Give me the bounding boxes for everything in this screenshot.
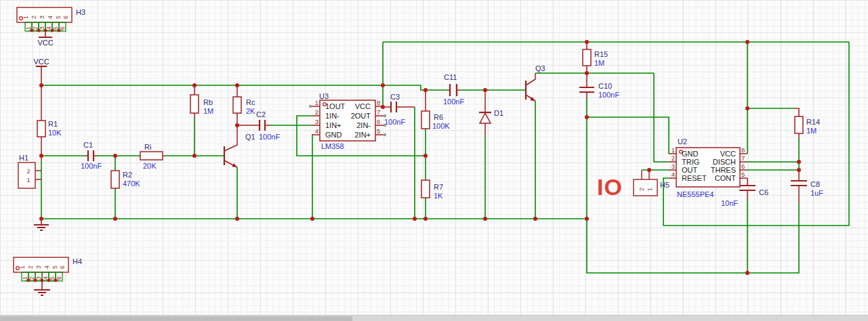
u3-pin-name: VCC: [355, 102, 371, 110]
capacitor-c3[interactable]: C3 100nF: [383, 93, 415, 126]
u2-part-name: NE555PE4: [677, 190, 714, 198]
u2-pin-number: 8: [741, 146, 745, 154]
ic-u2-ne555[interactable]: 1 2 3 4 8 7 6 5 GND TRIG OUT RESET VCC D…: [669, 137, 747, 198]
r15-designator: R15: [594, 50, 608, 58]
c8-value: 1uF: [810, 189, 823, 197]
c11-designator: C11: [444, 73, 457, 81]
c3-designator: C3: [390, 93, 400, 101]
nc-dot: [309, 105, 312, 108]
u2-pin-number: 1: [671, 146, 675, 154]
connector-h3[interactable]: 1 2 3 4 5 6 1 2 3 4 5 6 VCC H3: [17, 7, 85, 47]
u3-pin-number: 7: [377, 108, 380, 116]
c6-designator: C6: [759, 188, 768, 196]
resistor-rb[interactable]: Rb 1M: [190, 85, 213, 119]
q1-designator: Q1: [245, 133, 255, 141]
u2-pin-number: 7: [741, 154, 745, 162]
h5-designator: H5: [660, 181, 669, 189]
r2-value: 470K: [123, 179, 140, 188]
u3-pin-number: 6: [377, 118, 380, 125]
c11-value: 100nF: [443, 98, 464, 106]
c3-value: 100nF: [384, 118, 405, 126]
ic-u3-lm358[interactable]: 1 2 3 4 8 7 6 5 1OUT 1IN- 1IN+ GND VCC 2…: [309, 92, 386, 150]
h3-pin-label: 2: [30, 16, 37, 19]
resistor-ri[interactable]: Ri 20K: [138, 143, 165, 170]
nc-dot: [384, 124, 386, 127]
u3-pin-number: 1: [315, 99, 318, 106]
u2-pin-name: CONT: [715, 174, 736, 182]
u2-pin-number: 3: [671, 163, 675, 170]
h4-pin-label: 4: [43, 265, 50, 269]
u2-pin-name: DISCH: [713, 158, 736, 166]
nc-dot: [384, 114, 386, 117]
resistor-r2[interactable]: R2 470K: [111, 171, 140, 188]
u2-pin-number: 4: [671, 171, 675, 178]
u3-pin-number: 8: [377, 99, 380, 106]
vcc-symbol-left[interactable]: VCC: [33, 58, 49, 85]
rc-designator: Rc: [246, 98, 255, 106]
vcc-net-label: VCC: [33, 58, 49, 66]
transistor-q1[interactable]: Q1: [224, 125, 255, 167]
u2-pin-name: THRES: [711, 166, 736, 174]
r7-designator: R7: [434, 183, 443, 191]
connector-h1[interactable]: 2 1 H1: [18, 154, 41, 188]
ri-designator: Ri: [144, 143, 151, 151]
u2-pin-name: VCC: [720, 150, 736, 158]
r7-value: 1K: [434, 192, 443, 200]
c10-value: 100nF: [598, 91, 619, 99]
scrollbar-thumb[interactable]: [0, 316, 352, 321]
u3-pin-name: 2OUT: [351, 112, 371, 120]
nc-dot: [384, 133, 386, 136]
u2-pin-number: 2: [671, 154, 675, 162]
ground-symbol: [34, 280, 50, 295]
u3-pin-name: 1OUT: [325, 102, 346, 110]
connector-h4[interactable]: 1 2 3 4 5 6 1 2 3 4 5 6 H4: [14, 257, 82, 295]
h3-pin-label: 1: [22, 16, 29, 19]
resistor-r6[interactable]: R6 100K: [421, 90, 450, 130]
u3-pin-name: 2IN+: [354, 131, 371, 139]
u2-pin-number: 5: [741, 171, 745, 178]
u2-pin-number: 6: [741, 163, 745, 170]
resistor-r1[interactable]: R1 10K: [37, 85, 62, 161]
resistor-r7[interactable]: R7 1K: [421, 180, 443, 200]
h4-pin-label: 2: [27, 265, 34, 269]
transistor-q3[interactable]: Q3: [526, 64, 545, 101]
connector-h5[interactable]: 2 1 H5: [634, 170, 669, 196]
u3-designator: U3: [319, 92, 329, 100]
capacitor-c10[interactable]: C10 100nF: [579, 73, 619, 99]
u2-pin-name: TRIG: [682, 158, 699, 166]
schematic-canvas[interactable]: 1 2 3 4 5 6 1 2 3 4 5 6 VCC H3 1 2 3: [0, 0, 868, 321]
c1-value: 100nF: [81, 162, 102, 170]
diode-d1[interactable]: D1: [479, 90, 503, 135]
ri-value: 20K: [143, 162, 157, 170]
horizontal-scrollbar[interactable]: [0, 315, 868, 321]
h1-pin-label: 1: [26, 177, 30, 184]
rb-designator: Rb: [203, 98, 213, 106]
resistor-r15[interactable]: R15 1M: [583, 42, 608, 73]
io-annotation: IO: [597, 174, 623, 200]
h4-designator: H4: [73, 257, 82, 265]
c2-value: 100nF: [259, 133, 280, 141]
h4-pin-label: 5: [51, 265, 58, 269]
u3-pin-number: 3: [315, 118, 318, 125]
capacitor-c11[interactable]: C11 100nF: [443, 73, 464, 106]
c10-designator: C10: [598, 82, 612, 90]
capacitor-c8[interactable]: C8 1uF: [791, 170, 823, 203]
c6-value: 10nF: [721, 199, 738, 207]
u3-pin-number: 5: [377, 127, 380, 135]
r1-designator: R1: [48, 120, 58, 128]
u3-pin-number: 2: [315, 108, 318, 116]
c8-designator: C8: [810, 180, 820, 188]
h3-pin-label: 4: [47, 16, 54, 19]
d1-designator: D1: [494, 109, 503, 117]
u3-pin-name: 1IN-: [325, 112, 339, 120]
resistor-r14[interactable]: R14 1M: [793, 108, 820, 139]
h3-pin-label: 5: [55, 16, 62, 19]
h5-pin-label: 2: [638, 188, 645, 191]
u3-pin-name: GND: [325, 131, 342, 139]
resistor-rc[interactable]: Rc 2K: [233, 85, 255, 125]
rb-value: 1M: [203, 107, 213, 115]
h5-pin-label: 1: [646, 188, 653, 191]
r6-value: 100K: [432, 122, 450, 130]
h1-pin-label: 2: [26, 168, 30, 175]
r14-value: 1M: [806, 127, 817, 135]
